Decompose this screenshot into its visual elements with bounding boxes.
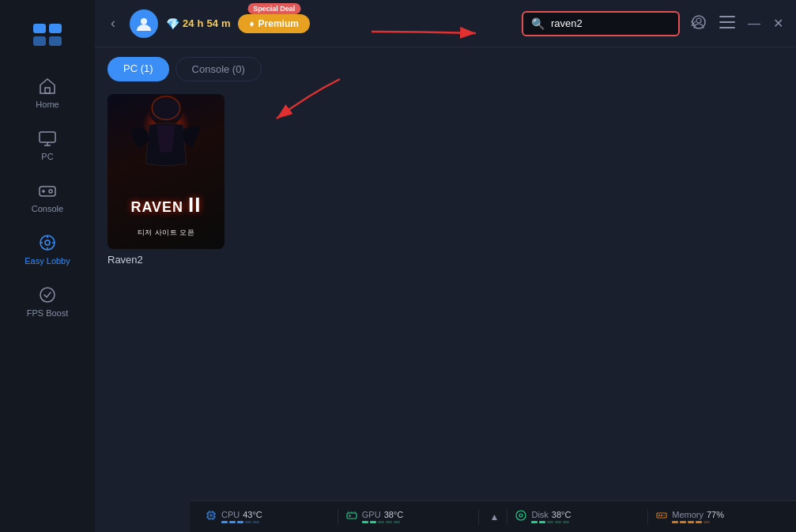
time-display: 💎 24 h 54 m bbox=[166, 17, 230, 30]
back-button[interactable]: ‹ bbox=[104, 12, 122, 35]
svg-rect-23 bbox=[347, 513, 357, 519]
svg-rect-3 bbox=[49, 36, 62, 46]
memory-bar-wrap: Memory 77% bbox=[672, 510, 724, 523]
search-input[interactable] bbox=[551, 17, 684, 29]
svg-rect-28 bbox=[658, 515, 660, 516]
status-disk: Disk 38°C bbox=[515, 510, 639, 523]
raven2-subtitle-text: 티저 사이트 오픈 bbox=[138, 228, 195, 238]
svg-rect-16 bbox=[719, 27, 735, 28]
svg-rect-5 bbox=[40, 132, 55, 142]
svg-point-13 bbox=[696, 18, 701, 23]
home-label: Home bbox=[36, 100, 58, 109]
easy-lobby-icon bbox=[37, 232, 58, 253]
pc-label: PC bbox=[41, 152, 53, 161]
svg-rect-24 bbox=[349, 515, 351, 517]
main-content: ‹ 💎 24 h 54 m Special Deal ♦ Premium 🔍 × bbox=[95, 0, 796, 532]
svg-point-9 bbox=[45, 240, 50, 245]
raven2-character-art bbox=[108, 94, 224, 194]
svg-rect-29 bbox=[661, 515, 662, 516]
disk-value: 38°C bbox=[552, 510, 572, 519]
sidebar-item-pc[interactable]: PC bbox=[12, 120, 83, 169]
svg-rect-22 bbox=[209, 514, 213, 517]
game-thumbnail-raven2: RAVEN II 티저 사이트 오픈 bbox=[108, 94, 224, 249]
cpu-icon bbox=[206, 510, 217, 523]
premium-gem-icon: ♦ bbox=[249, 18, 254, 29]
premium-label: Premium bbox=[258, 18, 299, 29]
time-hours: 24 bbox=[183, 17, 194, 29]
svg-point-11 bbox=[141, 18, 147, 25]
console-icon bbox=[37, 180, 58, 201]
cpu-value: 43°C bbox=[243, 510, 262, 519]
disk-label: Disk bbox=[531, 510, 548, 519]
svg-point-26 bbox=[519, 514, 522, 517]
gpu-bar-wrap: GPU 38°C bbox=[362, 510, 403, 523]
easy-lobby-label: Easy Lobby bbox=[25, 256, 70, 266]
game-poster: RAVEN II 티저 사이트 오픈 bbox=[108, 94, 224, 249]
sidebar-item-home[interactable]: Home bbox=[12, 68, 83, 117]
game-title-raven2: Raven2 bbox=[108, 254, 224, 266]
memory-label: Memory bbox=[672, 510, 704, 519]
search-icon: 🔍 bbox=[531, 17, 545, 30]
game-grid: RAVEN II 티저 사이트 오픈 Raven2 bbox=[95, 81, 796, 532]
minimize-button[interactable]: — bbox=[745, 13, 764, 34]
svg-point-25 bbox=[516, 511, 526, 520]
chevron-up-icon[interactable]: ▲ bbox=[490, 511, 500, 523]
user-avatar[interactable] bbox=[130, 9, 158, 38]
memory-value: 77% bbox=[707, 510, 724, 519]
svg-rect-15 bbox=[719, 21, 735, 23]
svg-rect-14 bbox=[719, 16, 735, 17]
svg-point-10 bbox=[40, 288, 55, 302]
sidebar-item-console[interactable]: Console bbox=[12, 172, 83, 221]
disk-icon bbox=[515, 510, 526, 523]
close-button[interactable]: ✕ bbox=[770, 13, 787, 34]
memory-icon bbox=[656, 510, 667, 523]
fps-boost-label: FPS Boost bbox=[27, 308, 69, 318]
sidebar-item-easy-lobby[interactable]: Easy Lobby bbox=[12, 224, 83, 274]
tabs-bar: PC (1) Console (0) bbox=[95, 47, 796, 81]
cpu-label: CPU bbox=[221, 510, 240, 519]
svg-rect-30 bbox=[663, 515, 665, 516]
account-icon[interactable] bbox=[688, 11, 710, 36]
sidebar: Home PC Console Easy Lo bbox=[0, 0, 95, 532]
svg-point-7 bbox=[49, 190, 52, 193]
status-cpu: CPU 43°C bbox=[206, 510, 330, 523]
gpu-icon bbox=[346, 510, 357, 523]
tab-pc[interactable]: PC (1) bbox=[108, 57, 169, 81]
game-card-raven2[interactable]: RAVEN II 티저 사이트 오픈 Raven2 bbox=[108, 94, 224, 519]
pc-icon bbox=[37, 128, 58, 149]
time-minutes: 54 bbox=[206, 17, 217, 29]
app-logo bbox=[30, 17, 65, 52]
disk-bar-wrap: Disk 38°C bbox=[531, 510, 571, 523]
fps-boost-icon bbox=[37, 285, 58, 305]
gpu-label: GPU bbox=[362, 510, 381, 519]
menu-icon[interactable] bbox=[716, 13, 738, 35]
statusbar: CPU 43°C bbox=[190, 500, 796, 532]
svg-rect-0 bbox=[33, 24, 46, 33]
special-deal-tag: Special Deal bbox=[247, 3, 300, 14]
cpu-bar-wrap: CPU 43°C bbox=[221, 510, 262, 523]
console-label: Console bbox=[32, 204, 63, 213]
status-memory: Memory 77% bbox=[656, 510, 780, 523]
time-h-unit: h bbox=[197, 17, 203, 29]
time-m-unit: m bbox=[221, 17, 231, 29]
gpu-value: 38°C bbox=[384, 510, 404, 519]
tab-console[interactable]: Console (0) bbox=[175, 57, 262, 81]
svg-rect-4 bbox=[45, 88, 50, 93]
svg-rect-1 bbox=[49, 24, 62, 33]
raven2-title-text: RAVEN II bbox=[130, 193, 201, 217]
titlebar-actions: — ✕ bbox=[688, 11, 787, 36]
status-gpu: GPU 38°C bbox=[346, 510, 470, 523]
logo-area bbox=[0, 8, 95, 68]
sidebar-item-fps-boost[interactable]: FPS Boost bbox=[12, 277, 83, 326]
search-box[interactable]: 🔍 × bbox=[522, 11, 680, 36]
premium-badge[interactable]: Special Deal ♦ Premium bbox=[238, 14, 309, 33]
svg-rect-2 bbox=[33, 36, 46, 46]
diamond-icon: 💎 bbox=[166, 17, 179, 30]
titlebar: ‹ 💎 24 h 54 m Special Deal ♦ Premium 🔍 × bbox=[95, 0, 796, 47]
home-icon bbox=[37, 76, 58, 96]
